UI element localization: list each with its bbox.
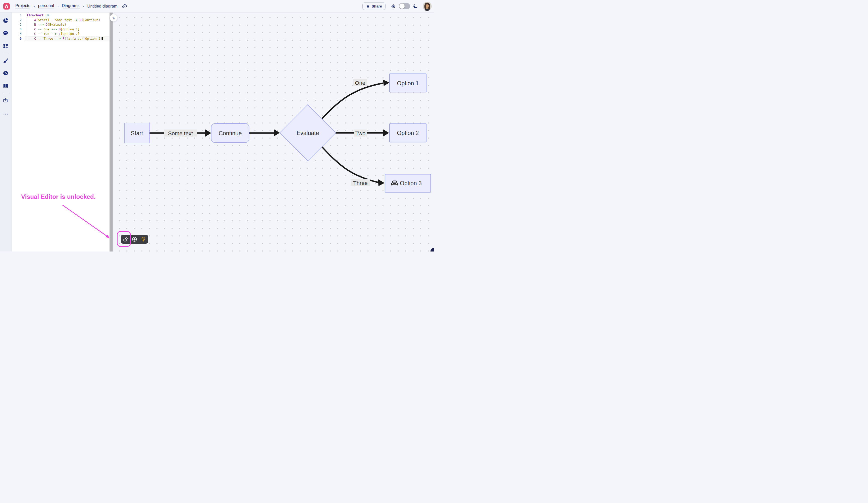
code-line[interactable]: 2 A[Start] --Some text--> B(Continue): [12, 18, 110, 23]
line-number: 2: [12, 18, 24, 23]
theme-toggle[interactable]: [399, 3, 410, 9]
unlock-visual-editor-button[interactable]: [122, 235, 130, 244]
breadcrumb-separator: ›: [34, 4, 35, 8]
share-button[interactable]: Share: [362, 2, 385, 10]
collapse-editor-button[interactable]: «: [110, 14, 117, 22]
code-line[interactable]: 5 C -- Two --> E[Option 2]: [12, 32, 110, 36]
arrowhead: [274, 129, 280, 137]
node-option3-label: Option 3: [400, 180, 422, 187]
left-icon-sidebar: [0, 12, 12, 251]
code-line[interactable]: 4 C -- One --> D[Option 1]: [12, 27, 110, 32]
lock-icon: [366, 4, 370, 8]
edge-label-one[interactable]: One: [355, 80, 365, 86]
theme-brush-icon[interactable]: [0, 54, 12, 66]
cloud-saved-icon: [122, 3, 127, 9]
edge-evaluate-option3: [322, 147, 378, 182]
diagram-canvas[interactable]: Some text One Two Three Start Continue E…: [113, 12, 434, 251]
breadcrumb-separator: ›: [83, 4, 84, 8]
line-number: 4: [12, 27, 24, 32]
text-cursor: [102, 36, 103, 40]
code-lines: 1flowchart LR2 A[Start] --Some text--> B…: [12, 12, 110, 41]
breadcrumb-projects[interactable]: Projects: [15, 3, 30, 9]
node-continue-label: Continue: [218, 130, 241, 137]
arrowhead: [378, 179, 384, 186]
mermaid-chart-logo-icon[interactable]: [3, 3, 10, 10]
breadcrumb-diagrams[interactable]: Diagrams: [62, 3, 80, 9]
templates-icon[interactable]: [0, 40, 12, 52]
diagram-pie-icon[interactable]: [0, 14, 12, 26]
edge-label-three[interactable]: Three: [353, 180, 368, 186]
flowchart: Some text One Two Three Start Continue E…: [113, 12, 434, 251]
sidebar-divider: [2, 53, 9, 53]
arrowhead: [205, 129, 211, 137]
arrowhead: [383, 129, 389, 137]
code-line[interactable]: 3 B --> C{Evaluate}: [12, 22, 110, 27]
line-number: 5: [12, 32, 24, 36]
share-button-label: Share: [371, 4, 382, 8]
toggle-knob: [399, 3, 405, 9]
docs-book-icon[interactable]: [0, 80, 12, 92]
code-line[interactable]: 1flowchart LR: [12, 13, 110, 18]
arrowhead: [383, 80, 390, 86]
line-number: 6: [12, 36, 24, 41]
top-bar: Projects › personal › Diagrams › Untitle…: [0, 0, 434, 12]
breadcrumb: Projects › personal › Diagrams › Untitle…: [15, 3, 117, 9]
edge-label-some-text[interactable]: Some text: [168, 130, 193, 137]
user-avatar[interactable]: [423, 2, 432, 11]
sun-icon: [391, 3, 396, 9]
more-ellipsis-icon[interactable]: [0, 108, 12, 120]
breadcrumb-diagram-title[interactable]: Untitled diagram: [87, 4, 117, 9]
topbar-actions: Share: [362, 2, 434, 11]
breadcrumb-personal[interactable]: personal: [38, 3, 54, 9]
export-download-icon[interactable]: [0, 94, 12, 106]
edge-evaluate-option1: [322, 83, 383, 119]
moon-icon: [413, 3, 418, 9]
line-number: 1: [12, 13, 24, 18]
code-editor-panel[interactable]: 1flowchart LR2 A[Start] --Some text--> B…: [12, 12, 110, 251]
edge-label-two[interactable]: Two: [355, 130, 365, 137]
code-line[interactable]: 6 C -- Three --> F[fa:fa-car Option 3]: [12, 36, 110, 41]
history-clock-icon[interactable]: [0, 67, 12, 79]
node-evaluate-label: Evaluate: [297, 130, 319, 136]
node-option1-label: Option 1: [397, 80, 419, 87]
breadcrumb-separator: ›: [57, 4, 59, 8]
node-option2-label: Option 2: [397, 130, 419, 136]
node-start-label: Start: [131, 130, 143, 137]
panel-resize-handle[interactable]: [110, 12, 113, 251]
annotation-text: Visual Editor is unlocked.: [21, 193, 96, 200]
add-shape-button[interactable]: [130, 235, 138, 244]
tips-lightbulb-button[interactable]: [139, 235, 147, 244]
line-number: 3: [12, 22, 24, 27]
comments-icon[interactable]: [0, 27, 12, 39]
canvas-toolbar: [121, 235, 148, 244]
